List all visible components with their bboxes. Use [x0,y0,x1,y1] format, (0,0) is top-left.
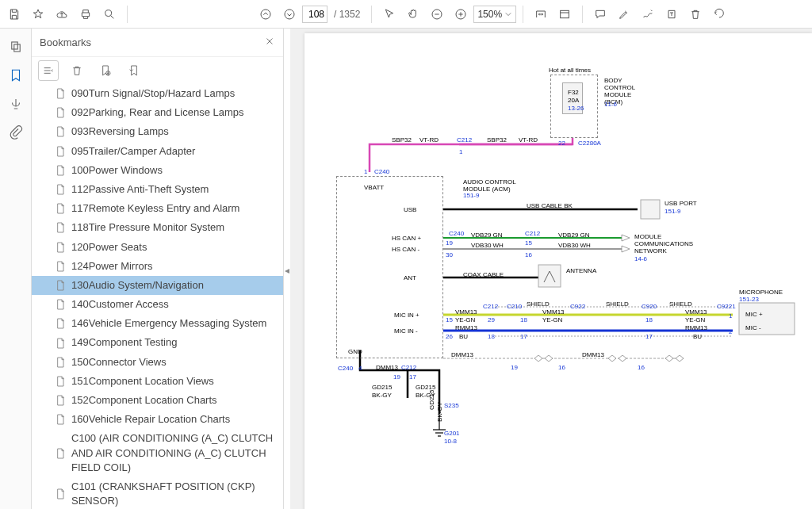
attachments-icon[interactable] [4,121,28,144]
bookmark-label: 160Vehicle Repair Location Charts [71,412,230,427]
svg-rect-10 [641,200,660,219]
bookmark-item[interactable]: 117Remote Keyless Entry and Alarm [32,199,283,218]
microphone-label: MICROPHONE [739,289,783,296]
bkgy-3: BK-GY [436,402,443,422]
sbp32-2: SBP32 [487,136,507,144]
layers-icon[interactable] [4,92,28,116]
bookmark-item[interactable]: 149Component Testing [32,333,283,352]
pin-17a: 17 [520,333,527,340]
bookmark-item[interactable]: 150Connector Views [32,353,283,372]
sbp32-1: SBP32 [392,136,412,144]
pin-16b: 16 [558,364,565,371]
bookmark-item[interactable]: 118Tire Pressure Monitor System [32,218,283,237]
bookmarks-icon[interactable] [4,63,28,87]
c212-top: C212 [457,136,472,144]
pin-19c: 19 [511,364,518,371]
pin-16c: 16 [638,364,645,371]
vmm13-1: VMM13 [455,308,477,316]
pin-1b: 1 [364,168,367,175]
bookmark-item[interactable]: 120Power Seats [32,238,283,257]
print-icon[interactable] [75,3,97,25]
cloud-upload-icon[interactable] [51,3,73,25]
bookmark-item[interactable]: 095Trailer/Camper Adapter [32,142,283,161]
bookmark-item[interactable]: 146Vehicle Emergency Messaging System [32,314,283,333]
hand-icon[interactable] [402,3,424,25]
bookmark-label: 118Tire Pressure Monitor System [71,220,224,235]
page-icon [54,183,67,196]
bookmark-label: C100 (AIR CONDITIONING (A_C) CLUTCH AND … [71,431,277,475]
bookmark-item[interactable]: 124Power Mirrors [32,257,283,276]
bookmark-item[interactable]: 112Passive Anti-Theft System [32,180,283,199]
bookmark-item[interactable]: 151Component Location Views [32,372,283,391]
acm-ref: 151-9 [463,192,479,199]
bookmark-label: 120Power Seats [71,240,147,254]
pin-26: 26 [446,333,453,340]
bookmark-item[interactable]: 090Turn Signal/Stop/Hazard Lamps [32,84,283,103]
document-viewport[interactable]: Hot at all times BODY CONTROL MODULE (BC… [290,29,812,509]
vmm13-3: VMM13 [685,308,707,316]
pointer-icon[interactable] [378,3,400,25]
bookmark-item[interactable]: 152Component Location Charts [32,391,283,410]
delete-bookmark-icon[interactable] [67,60,87,81]
bookmark-item[interactable]: C101 (CRANKSHAFT POSITION (CKP) SENSOR) [32,477,283,509]
bookmarks-tools [32,57,283,84]
pin-16a: 16 [525,251,532,258]
bookmark-item[interactable]: 093Reversing Lamps [32,122,283,141]
star-icon[interactable] [27,3,49,25]
c240-3: C240 [338,365,353,372]
zoom-dropdown[interactable]: 150% [473,6,516,23]
panel-collapse-icon[interactable]: ◂ [284,254,290,286]
bookmarks-list[interactable]: 090Turn Signal/Stop/Hazard Lamps092Parki… [32,84,283,509]
bookmark-label: 150Connector Views [71,355,167,369]
page-icon [54,145,67,158]
page-down-icon[interactable] [278,3,301,25]
svg-point-0 [105,10,112,16]
pin-15: 15 [525,239,532,247]
search-icon[interactable] [98,3,121,25]
c922: C922 [570,303,585,310]
page-icon [54,447,67,460]
bookmark-item[interactable]: 130Audio System/Navigation [32,276,283,295]
thumbnails-icon[interactable] [4,35,28,59]
svg-point-2 [285,10,294,19]
bookmark-item[interactable]: 092Parking, Rear and License Lamps [32,103,283,122]
bookmark-item[interactable]: 140Customer Access [32,295,283,314]
vdb29-1: VDB29 GN [471,232,503,239]
delete-icon[interactable] [684,3,707,25]
vdb30-2: VDB30 WH [558,242,591,249]
bookmark-item[interactable]: 100Power Windows [32,161,283,180]
zoom-out-icon[interactable] [426,3,448,25]
hscan-p: HS CAN + [392,235,421,242]
svg-rect-7 [13,44,20,52]
list-options-icon[interactable] [38,60,59,81]
bookmark-label: 146Vehicle Emergency Messaging System [71,316,266,331]
bookmark-item[interactable]: 160Vehicle Repair Location Charts [32,410,283,429]
close-icon[interactable] [264,36,275,49]
comment-icon[interactable] [589,3,611,25]
usb-cable: USB CABLE BK [527,202,573,209]
bu-1: BU [459,333,468,340]
save-icon[interactable] [3,3,25,25]
text-box-icon[interactable] [661,3,683,25]
bookmark-label: 117Remote Keyless Entry and Alarm [71,201,239,216]
highlight-icon[interactable] [613,3,635,25]
svg-rect-5 [561,10,569,17]
bookmark-label: 151Component Location Views [71,374,214,388]
vtrd-1: VT-RD [419,136,439,144]
view-mode-icon[interactable] [553,3,576,25]
bookmark-item[interactable]: C100 (AIR CONDITIONING (A_C) CLUTCH AND … [32,429,283,477]
fit-width-icon[interactable] [530,3,552,25]
dmm13-3: DMM13 [582,351,604,358]
zoom-in-icon[interactable] [450,3,472,25]
page-up-icon[interactable] [255,3,277,25]
page-number-input[interactable] [302,6,327,23]
bookmark-label: 100Power Windows [71,163,163,178]
vdb30-1: VDB30 WH [471,242,504,249]
add-bookmark-icon[interactable] [95,60,116,81]
bookmark-label: 095Trailer/Camper Adapter [71,144,195,159]
mcn-label: MODULE COMMUNICATIONS NETWORK [634,233,698,254]
draw-icon[interactable] [637,3,659,25]
expand-bookmark-icon[interactable] [124,60,144,81]
undo-icon[interactable] [708,3,730,25]
document-page: Hot at all times BODY CONTROL MODULE (BC… [304,33,812,509]
